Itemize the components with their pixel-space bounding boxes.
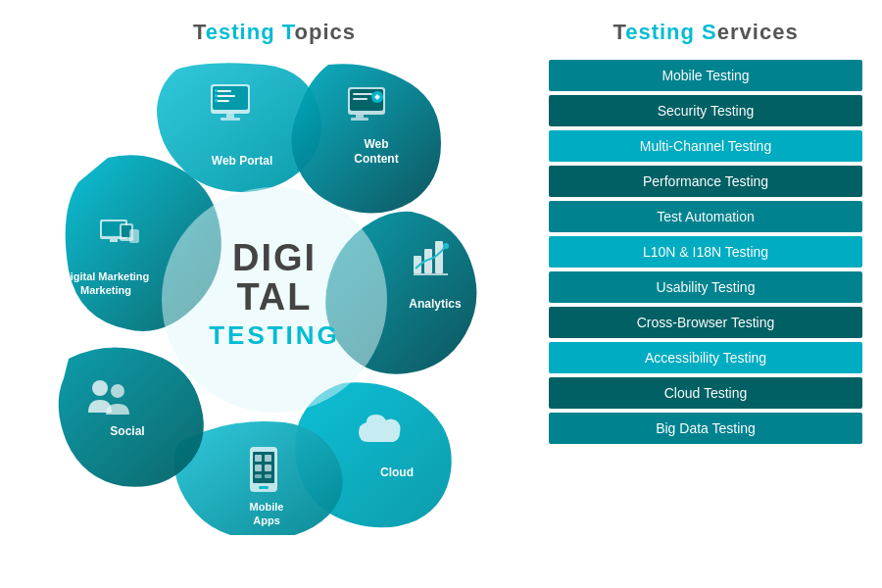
svg-rect-23 — [353, 98, 368, 100]
svg-text:Web: Web — [364, 137, 388, 151]
service-item-big-data-testing[interactable]: Big Data Testing — [549, 413, 862, 444]
service-item-cloud-testing[interactable]: Cloud Testing — [549, 377, 862, 409]
svg-point-48 — [111, 384, 124, 398]
service-item-cross-browser-testing[interactable]: Cross-Browser Testing — [549, 307, 862, 338]
service-item-accessibility-testing[interactable]: Accessibility Testing — [549, 342, 862, 373]
svg-text:Marketing: Marketing — [80, 284, 131, 296]
service-list: Mobile TestingSecurity TestingMulti-Chan… — [549, 60, 862, 444]
diagram-svg: Digital Marketing Marketing Web Portal — [49, 55, 500, 535]
service-item-usability-testing[interactable]: Usability Testing — [549, 271, 862, 303]
svg-rect-3 — [110, 239, 118, 242]
service-item-multi-channel-testing[interactable]: Multi-Channel Testing — [549, 130, 862, 162]
svg-text:Social: Social — [110, 424, 144, 438]
svg-rect-14 — [215, 89, 218, 92]
svg-rect-16 — [215, 99, 218, 102]
svg-rect-15 — [215, 94, 218, 97]
svg-point-47 — [92, 380, 108, 396]
svg-rect-41 — [255, 465, 262, 471]
svg-point-33 — [443, 243, 449, 249]
service-item-test-automation[interactable]: Test Automation — [549, 201, 862, 232]
svg-text:Cloud: Cloud — [380, 466, 414, 479]
svg-rect-11 — [216, 90, 231, 92]
service-item-mobile-testing[interactable]: Mobile Testing — [549, 60, 862, 91]
svg-rect-39 — [255, 455, 262, 462]
service-item-security-testing[interactable]: Security Testing — [549, 95, 862, 126]
svg-text:Apps: Apps — [253, 514, 280, 526]
service-item-performance-testing[interactable]: Performance Testing — [549, 166, 862, 197]
svg-rect-22 — [353, 93, 372, 95]
svg-rect-6 — [129, 229, 139, 243]
svg-text:Digital
Marketing: Digital Marketing — [63, 270, 150, 282]
svg-rect-13 — [216, 100, 229, 102]
svg-text:DIGI: DIGI — [232, 237, 317, 278]
svg-text:Content: Content — [354, 152, 398, 166]
svg-rect-44 — [265, 474, 271, 478]
svg-rect-26 — [351, 118, 368, 121]
svg-rect-38 — [259, 486, 269, 489]
svg-rect-31 — [435, 241, 443, 273]
svg-rect-10 — [213, 86, 248, 110]
service-item-l10n-testing[interactable]: L10N & I18N Testing — [549, 236, 862, 268]
right-section: Testing Services Mobile TestingSecurity … — [529, 20, 862, 568]
svg-rect-43 — [255, 474, 262, 478]
diagram-container: Digital Marketing Marketing Web Portal — [49, 55, 500, 545]
svg-rect-42 — [265, 465, 271, 471]
svg-text:TESTING: TESTING — [209, 320, 340, 350]
svg-rect-12 — [216, 95, 235, 97]
svg-rect-25 — [356, 115, 364, 118]
left-title: Testing Topics — [20, 20, 529, 45]
svg-text:Analytics: Analytics — [409, 297, 462, 311]
svg-rect-18 — [220, 118, 240, 121]
right-title: Testing Services — [549, 20, 862, 45]
svg-text:TAL: TAL — [236, 276, 312, 318]
svg-text:Mobile: Mobile — [250, 501, 284, 513]
left-section: Testing Topics — [20, 20, 529, 568]
svg-text:Web Portal: Web Portal — [212, 154, 272, 168]
svg-rect-40 — [265, 455, 271, 462]
svg-rect-17 — [226, 114, 234, 118]
